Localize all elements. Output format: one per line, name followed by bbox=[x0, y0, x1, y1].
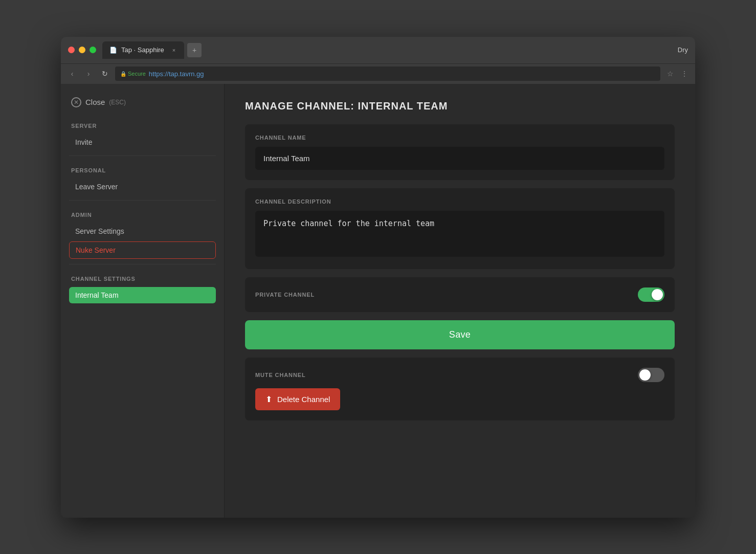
address-bar-input[interactable]: Secure https://tap.tavrn.gg bbox=[115, 67, 660, 81]
channel-name-label: CHANNEL NAME bbox=[255, 135, 664, 141]
close-button[interactable]: ✕ Close (ESC) bbox=[69, 94, 216, 110]
addressbar: ‹ › ↻ Secure https://tap.tavrn.gg ☆ ⋮ bbox=[61, 63, 695, 84]
traffic-lights bbox=[68, 47, 96, 53]
close-circle-icon: ✕ bbox=[71, 97, 81, 107]
sidebar-item-internal-team[interactable]: Internal Team bbox=[69, 287, 216, 303]
channel-settings-section-header: CHANNEL SETTINGS bbox=[69, 270, 216, 285]
toggle-knob bbox=[652, 289, 663, 300]
new-tab-button[interactable]: + bbox=[187, 43, 202, 57]
divider-2 bbox=[69, 200, 216, 201]
maximize-traffic-light[interactable] bbox=[90, 47, 96, 53]
server-section-header: SERVER bbox=[69, 117, 216, 132]
private-channel-card: PRIVATE CHANNEL bbox=[245, 277, 675, 312]
delete-channel-label: Delete Channel bbox=[277, 395, 330, 404]
content-area: MANAGE CHANNEL: INTERNAL TEAM CHANNEL NA… bbox=[225, 84, 695, 518]
sidebar-item-leave-server[interactable]: Leave Server bbox=[69, 179, 216, 195]
page-title: MANAGE CHANNEL: INTERNAL TEAM bbox=[245, 100, 675, 112]
channel-description-label: CHANNEL DESCRIPTION bbox=[255, 198, 664, 205]
browser-window: 📄 Tap · Sapphire × + Dry ‹ › ↻ Secure ht… bbox=[61, 37, 695, 518]
mute-channel-row: MUTE CHANNEL bbox=[255, 368, 664, 382]
save-button[interactable]: Save bbox=[245, 320, 675, 349]
mute-toggle-knob bbox=[639, 369, 651, 381]
sidebar-item-nuke-server[interactable]: Nuke Server bbox=[69, 241, 216, 259]
delete-channel-button[interactable]: ⬆ Delete Channel bbox=[255, 388, 340, 410]
close-hint: (ESC) bbox=[109, 99, 126, 106]
tab-close-button[interactable]: × bbox=[172, 47, 175, 53]
tab-bar: 📄 Tap · Sapphire × + bbox=[102, 41, 688, 59]
divider-3 bbox=[69, 264, 216, 264]
back-button[interactable]: ‹ bbox=[66, 68, 78, 80]
channel-name-input[interactable] bbox=[255, 147, 664, 170]
titlebar: 📄 Tap · Sapphire × + Dry bbox=[61, 37, 695, 63]
forward-button[interactable]: › bbox=[82, 68, 95, 80]
tab-page-icon: 📄 bbox=[109, 47, 117, 54]
secure-badge: Secure bbox=[120, 71, 146, 77]
sidebar-item-invite[interactable]: Invite bbox=[69, 134, 216, 150]
private-channel-row: PRIVATE CHANNEL bbox=[255, 287, 664, 302]
refresh-button[interactable]: ↻ bbox=[99, 68, 111, 80]
private-channel-label: PRIVATE CHANNEL bbox=[255, 292, 315, 298]
profile-name: Dry bbox=[678, 46, 688, 54]
channel-description-card: CHANNEL DESCRIPTION Private channel for … bbox=[245, 188, 675, 269]
mute-channel-label: MUTE CHANNEL bbox=[255, 372, 306, 378]
private-channel-toggle[interactable] bbox=[638, 287, 664, 302]
channel-name-card: CHANNEL NAME bbox=[245, 124, 675, 180]
browser-menu-button[interactable]: ⋮ bbox=[679, 68, 690, 79]
minimize-traffic-light[interactable] bbox=[79, 47, 85, 53]
mute-channel-toggle[interactable] bbox=[638, 368, 664, 382]
close-label: Close bbox=[85, 98, 105, 106]
secure-label: Secure bbox=[128, 71, 146, 77]
address-actions: ☆ ⋮ bbox=[664, 68, 690, 79]
sidebar: ✕ Close (ESC) SERVER Invite PERSONAL Lea… bbox=[61, 84, 225, 518]
main-content: ✕ Close (ESC) SERVER Invite PERSONAL Lea… bbox=[61, 84, 695, 518]
personal-section-header: PERSONAL bbox=[69, 161, 216, 176]
bookmark-button[interactable]: ☆ bbox=[664, 68, 676, 79]
sidebar-item-server-settings[interactable]: Server Settings bbox=[69, 223, 216, 239]
delete-channel-icon: ⬆ bbox=[265, 394, 272, 404]
active-tab[interactable]: 📄 Tap · Sapphire × bbox=[102, 41, 184, 59]
mute-delete-card: MUTE CHANNEL ⬆ Delete Channel bbox=[245, 358, 675, 420]
channel-description-input[interactable]: Private channel for the internal team bbox=[255, 211, 664, 257]
close-traffic-light[interactable] bbox=[68, 47, 75, 53]
divider-1 bbox=[69, 156, 216, 156]
url-display: https://tap.tavrn.gg bbox=[149, 70, 204, 78]
admin-section-header: ADMIN bbox=[69, 206, 216, 221]
tab-title: Tap · Sapphire bbox=[121, 46, 164, 54]
